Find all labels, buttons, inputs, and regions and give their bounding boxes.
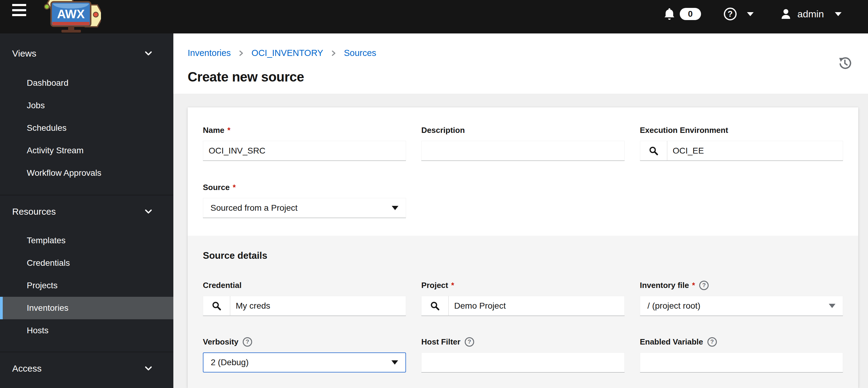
sidebar-group-views: Views Dashboard Jobs Schedules Activity …: [0, 33, 173, 184]
help-icon: ?: [724, 8, 737, 20]
execution-environment-search-button[interactable]: [640, 141, 667, 161]
enabled-variable-help-icon[interactable]: ?: [707, 337, 717, 347]
sidebar-group-header-resources[interactable]: Resources: [0, 206, 173, 217]
hamburger-menu-icon[interactable]: [12, 4, 27, 16]
sidebar-item-dashboard[interactable]: Dashboard: [0, 72, 173, 94]
inventory-file-select[interactable]: / (project root): [640, 296, 843, 316]
inventory-file-help-icon[interactable]: ?: [699, 281, 709, 290]
sidebar-item-credentials[interactable]: Credentials: [0, 252, 173, 274]
page: AWX 0 ?: [0, 0, 868, 388]
field-source: Source * Sourced from a Project: [203, 183, 406, 218]
chevron-down-icon: [145, 51, 152, 56]
history-icon: [838, 57, 851, 70]
sidebar: Views Dashboard Jobs Schedules Activity …: [0, 33, 173, 388]
source-details-row-2: Verbosity ? 2 (Debug) Host Filter ?: [203, 337, 843, 373]
sidebar-item-inventories[interactable]: Inventories: [0, 297, 173, 319]
field-project: Project *: [421, 281, 624, 316]
chevron-down-icon: [145, 366, 152, 371]
inventory-file-select-value: / (project root): [648, 301, 701, 311]
execution-environment-input[interactable]: [667, 141, 843, 161]
field-description: Description: [421, 126, 624, 161]
help-caret-down-icon: [747, 12, 754, 16]
project-input[interactable]: [448, 296, 624, 316]
required-asterisk: *: [227, 126, 230, 135]
source-select[interactable]: Sourced from a Project: [203, 198, 406, 218]
sidebar-item-hosts[interactable]: Hosts: [0, 319, 173, 342]
page-section: Name * Description Execution Envir: [173, 94, 868, 388]
select-caret-down-icon: [392, 206, 398, 210]
create-source-form-card: Name * Description Execution Envir: [188, 107, 858, 388]
breadcrumb-inventories[interactable]: Inventories: [188, 48, 231, 58]
sidebar-item-jobs[interactable]: Jobs: [0, 94, 173, 117]
sidebar-item-templates[interactable]: Templates: [0, 229, 173, 252]
field-host-filter: Host Filter ?: [421, 337, 624, 373]
description-input[interactable]: [421, 141, 624, 161]
search-icon: [430, 301, 440, 311]
bell-icon: [664, 8, 675, 20]
sidebar-item-workflow-approvals[interactable]: Workflow Approvals: [0, 162, 173, 184]
breadcrumb-separator-icon: [331, 50, 336, 57]
enabled-variable-input[interactable]: [640, 352, 843, 373]
enabled-variable-label: Enabled Variable: [640, 337, 703, 347]
verbosity-label: Verbosity: [203, 337, 239, 347]
sidebar-group-header-views[interactable]: Views: [0, 48, 173, 59]
sidebar-group-header-access[interactable]: Access: [0, 363, 173, 374]
field-enabled-variable: Enabled Variable ?: [640, 337, 843, 373]
form-top-section: Name * Description Execution Envir: [188, 107, 858, 236]
source-label: Source: [203, 183, 229, 192]
source-details-row-1: Credential: [203, 281, 843, 316]
notifications-button[interactable]: 0: [664, 8, 701, 20]
execution-environment-label: Execution Environment: [640, 126, 728, 135]
required-asterisk: *: [232, 183, 236, 192]
breadcrumb: Inventories OCI_INVENTORY Sources: [188, 48, 376, 58]
field-inventory-file: Inventory file * ? / (project root): [640, 281, 843, 316]
form-row-1: Name * Description Execution Envir: [203, 126, 843, 161]
verbosity-select-value: 2 (Debug): [211, 358, 249, 367]
sidebar-item-projects[interactable]: Projects: [0, 274, 173, 297]
credential-search-button[interactable]: [203, 296, 230, 316]
masthead: AWX 0 ?: [0, 0, 868, 33]
field-verbosity: Verbosity ? 2 (Debug): [203, 337, 406, 373]
source-details-heading: Source details: [203, 250, 843, 261]
form-row-2: Source * Sourced from a Project: [203, 183, 843, 218]
verbosity-help-icon[interactable]: ?: [243, 337, 252, 347]
source-details-section: Source details Credential: [188, 236, 858, 388]
field-execution-environment: Execution Environment: [640, 126, 843, 161]
field-name: Name *: [203, 126, 406, 161]
breadcrumb-oci-inventory[interactable]: OCI_INVENTORY: [251, 48, 323, 58]
credential-label: Credential: [203, 281, 242, 290]
help-menu-button[interactable]: ?: [724, 8, 754, 20]
user-caret-down-icon: [835, 12, 841, 16]
user-icon: [781, 8, 791, 20]
breadcrumb-sources[interactable]: Sources: [344, 48, 376, 58]
inventory-file-label: Inventory file: [640, 281, 689, 290]
svg-text:AWX: AWX: [57, 7, 85, 21]
project-label: Project: [421, 281, 448, 290]
sidebar-item-activity-stream[interactable]: Activity Stream: [0, 139, 173, 162]
search-icon: [212, 301, 221, 311]
user-menu-button[interactable]: admin: [781, 8, 841, 20]
description-label: Description: [421, 126, 465, 135]
host-filter-input[interactable]: [421, 352, 624, 373]
page-title: Create new source: [188, 60, 304, 94]
masthead-actions: 0 ? admin: [664, 0, 841, 28]
chevron-down-icon: [145, 209, 152, 214]
name-label: Name: [203, 126, 224, 135]
credential-input[interactable]: [230, 296, 406, 316]
source-select-value: Sourced from a Project: [211, 203, 298, 213]
breadcrumb-separator-icon: [239, 50, 244, 57]
search-icon: [649, 146, 658, 156]
project-search-button[interactable]: [421, 296, 448, 316]
user-name: admin: [798, 8, 824, 20]
required-asterisk: *: [692, 281, 695, 290]
sidebar-group-access: Access: [0, 352, 173, 374]
select-caret-down-icon: [392, 360, 398, 364]
host-filter-help-icon[interactable]: ?: [465, 337, 474, 347]
sidebar-item-schedules[interactable]: Schedules: [0, 117, 173, 139]
awx-logo[interactable]: AWX: [42, 0, 101, 33]
content-header: Inventories OCI_INVENTORY Sources Create…: [173, 33, 868, 94]
field-credential: Credential: [203, 281, 406, 316]
history-button[interactable]: [838, 57, 851, 70]
verbosity-select[interactable]: 2 (Debug): [203, 352, 406, 373]
name-input[interactable]: [203, 141, 406, 161]
